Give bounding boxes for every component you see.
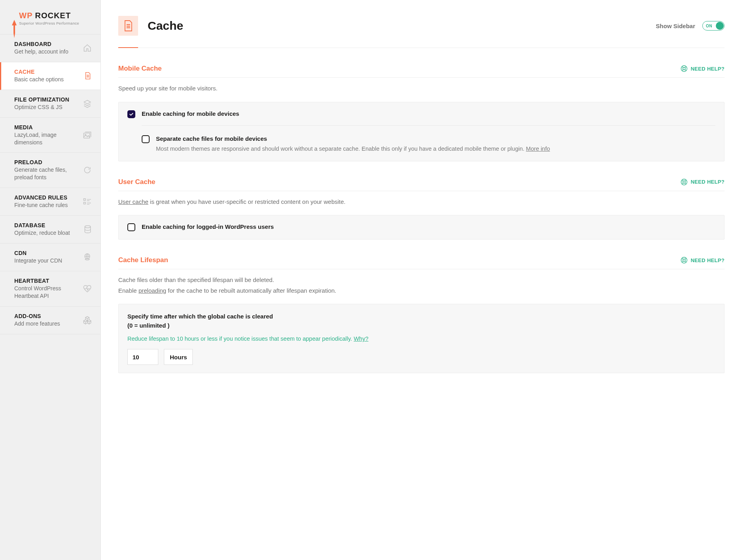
help-icon (680, 257, 688, 264)
document-icon (84, 71, 92, 80)
nav-title: CACHE (14, 69, 64, 75)
nav-item-database[interactable]: DATABASE Optimize, reduce bloat (0, 216, 100, 244)
nav-sub: LazyLoad, image dimensions (14, 131, 79, 146)
lifespan-panel-title: Specify time after which the global cach… (127, 312, 715, 330)
toggle-knob (716, 22, 724, 30)
sidebar: WP ROCKET Superior WordPress Performance… (0, 0, 101, 560)
help-icon (680, 65, 688, 72)
show-sidebar-label: Show Sidebar (656, 23, 695, 29)
page-icon (118, 16, 138, 36)
nav-sub: Basic cache options (14, 76, 64, 83)
page-header: Cache Show Sidebar ON (118, 16, 725, 48)
heartbeat-icon (83, 285, 92, 293)
nav-item-media[interactable]: MEDIA LazyLoad, image dimensions (0, 118, 100, 153)
globe-icon (83, 253, 92, 261)
nav-title: FILE OPTIMIZATION (14, 96, 69, 103)
user-cache-panel: Enable caching for logged-in WordPress u… (118, 215, 725, 240)
svg-rect-2 (84, 198, 86, 200)
enable-user-cache-label: Enable caching for logged-in WordPress u… (142, 223, 274, 230)
nav-title: ADD-ONS (14, 313, 60, 319)
lifespan-desc-1: Cache files older than the specified lif… (118, 276, 725, 285)
logo-tagline: Superior WordPress Performance (19, 21, 92, 25)
enable-user-cache-checkbox[interactable] (127, 223, 135, 231)
svg-point-4 (85, 226, 91, 228)
main-content: Cache Show Sidebar ON Mobile Cache NEED … (101, 0, 742, 560)
checklist-icon (83, 198, 92, 206)
nav-sub: Optimize CSS & JS (14, 104, 69, 111)
home-icon (83, 44, 92, 52)
svg-rect-3 (84, 202, 86, 204)
nav-title: MEDIA (14, 124, 79, 130)
nav-title: PRELOAD (14, 159, 79, 165)
nav-item-addons[interactable]: ADD-ONS Add more features (0, 307, 100, 334)
nav-sub: Add more features (14, 320, 60, 328)
svg-rect-0 (84, 133, 90, 138)
enable-mobile-cache-label: Enable caching for mobile devices (142, 110, 239, 117)
nav-sub: Get help, account info (14, 48, 68, 56)
help-label: NEED HELP? (691, 66, 725, 72)
lifespan-desc-2: Enable preloading for the cache to be re… (118, 286, 725, 295)
nav-item-file-optimization[interactable]: FILE OPTIMIZATION Optimize CSS & JS (0, 90, 100, 118)
section-user-cache: User Cache NEED HELP? User cache is grea… (118, 178, 725, 240)
nav-sub: Integrate your CDN (14, 257, 62, 265)
nav-item-cache[interactable]: CACHE Basic cache options (0, 62, 100, 90)
images-icon (83, 131, 92, 139)
logo-wp: WP (19, 11, 33, 20)
page-title: Cache (148, 19, 183, 33)
sidebar-toggle[interactable]: ON (702, 21, 725, 31)
separate-mobile-cache-checkbox[interactable] (142, 135, 150, 143)
nav-title: CDN (14, 250, 62, 256)
svg-point-7 (683, 67, 685, 70)
nav-sub: Control WordPress Heartbeat API (14, 285, 79, 300)
nav-item-heartbeat[interactable]: HEARTBEAT Control WordPress Heartbeat AP… (0, 271, 100, 307)
lifespan-note: Reduce lifespan to 10 hours or less if y… (127, 336, 715, 342)
logo-rocket: ROCKET (35, 11, 71, 20)
nav-title: ADVANCED RULES (14, 194, 68, 201)
enable-mobile-cache-checkbox[interactable] (127, 110, 135, 118)
nav-sub: Fine-tune cache rules (14, 201, 68, 209)
section-cache-lifespan: Cache Lifespan NEED HELP? Cache files ol… (118, 256, 725, 373)
svg-point-9 (683, 181, 685, 183)
section-title: User Cache (118, 178, 156, 186)
database-icon (84, 225, 92, 234)
cubes-icon (83, 316, 92, 324)
nav-sub: Generate cache files, preload fonts (14, 166, 79, 181)
section-mobile-cache: Mobile Cache NEED HELP? Speed up your si… (118, 65, 725, 161)
lifespan-unit-select[interactable]: Hours (164, 349, 193, 365)
help-label: NEED HELP? (691, 257, 725, 263)
lifespan-value-input[interactable] (127, 349, 158, 365)
nav: DASHBOARD Get help, account info CACHE B… (0, 34, 100, 334)
user-cache-link[interactable]: User cache (118, 198, 148, 205)
why-link[interactable]: Why? (354, 336, 368, 342)
lifespan-panel: Specify time after which the global cach… (118, 304, 725, 373)
nav-item-preload[interactable]: PRELOAD Generate cache files, preload fo… (0, 153, 100, 188)
nav-item-cdn[interactable]: CDN Integrate your CDN (0, 244, 100, 271)
need-help-link[interactable]: NEED HELP? (680, 178, 725, 186)
nav-title: HEARTBEAT (14, 278, 79, 284)
nav-item-advanced-rules[interactable]: ADVANCED RULES Fine-tune cache rules (0, 188, 100, 216)
layers-icon (83, 99, 92, 108)
nav-title: DATABASE (14, 222, 70, 228)
need-help-link[interactable]: NEED HELP? (680, 65, 725, 72)
section-desc: User cache is great when you have user-s… (118, 198, 725, 207)
nav-item-dashboard[interactable]: DASHBOARD Get help, account info (0, 35, 100, 62)
logo: WP ROCKET Superior WordPress Performance (0, 0, 100, 34)
nav-sub: Optimize, reduce bloat (14, 229, 70, 237)
help-label: NEED HELP? (691, 179, 725, 185)
section-title: Mobile Cache (118, 65, 162, 73)
section-desc: Speed up your site for mobile visitors. (118, 84, 725, 93)
mobile-cache-panel: Enable caching for mobile devices Separa… (118, 102, 725, 161)
refresh-icon (83, 166, 92, 175)
separate-mobile-cache-desc: Most modern themes are responsive and sh… (156, 144, 550, 153)
more-info-link[interactable]: More info (526, 146, 550, 152)
svg-point-11 (683, 259, 685, 261)
need-help-link[interactable]: NEED HELP? (680, 257, 725, 264)
section-title: Cache Lifespan (118, 256, 168, 264)
nav-title: DASHBOARD (14, 41, 68, 47)
toggle-on-label: ON (706, 24, 712, 28)
preloading-link[interactable]: preloading (138, 287, 166, 294)
separate-mobile-cache-label: Separate cache files for mobile devices (156, 135, 550, 142)
help-icon (680, 178, 688, 186)
